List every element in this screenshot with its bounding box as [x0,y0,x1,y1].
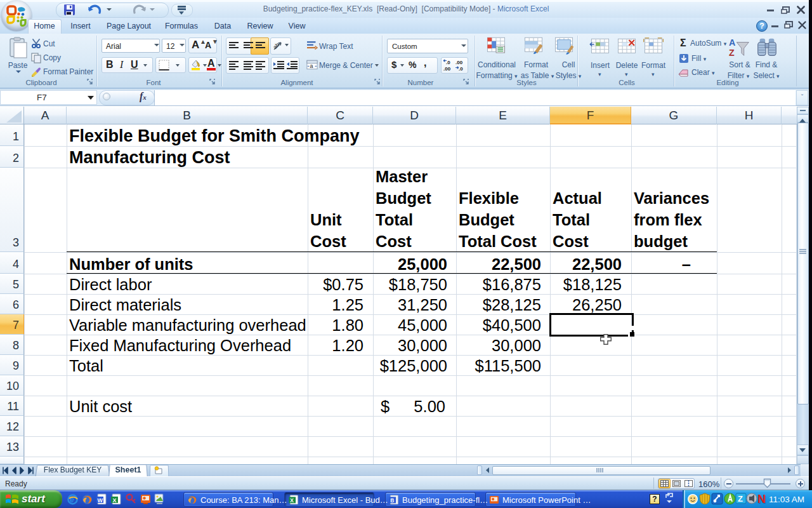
svg-text:.00: .00 [443,66,451,72]
svg-text:B: B [390,497,394,504]
svg-text:a: a [310,63,313,69]
svg-text:A: A [729,37,735,48]
svg-text:X: X [113,497,117,504]
svg-text:Z: Z [729,48,735,58]
svg-text:Z: Z [738,494,743,504]
svg-text:W: W [98,497,103,504]
svg-text:X: X [290,497,294,504]
svg-text:.0: .0 [446,60,450,65]
svg-text:e: e [70,495,74,504]
